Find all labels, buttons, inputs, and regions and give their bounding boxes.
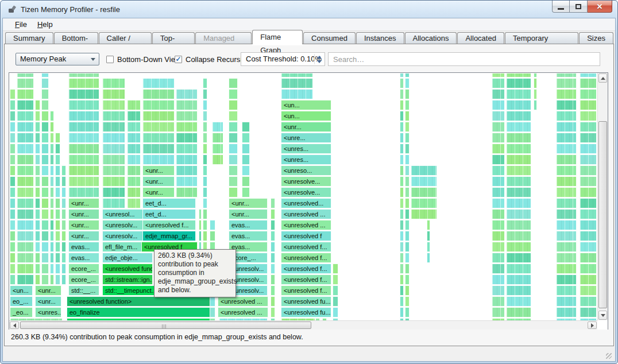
tab-summary[interactable]: Summary (5, 32, 53, 44)
flame-block[interactable] (17, 133, 34, 143)
flame-block[interactable] (492, 242, 505, 252)
flame-block[interactable] (506, 285, 531, 296)
flame-block[interactable] (580, 73, 597, 78)
flame-block[interactable] (127, 187, 141, 198)
flame-block[interactable] (492, 264, 505, 274)
flame-block[interactable] (55, 133, 60, 143)
title-bar[interactable]: Tizen Memory Profiler - resfile ✕ (1, 1, 617, 18)
flame-frame[interactable]: <unr... (68, 198, 99, 208)
tab-bottom-up[interactable]: Bottom-Up (54, 32, 98, 44)
flame-block[interactable] (580, 100, 597, 110)
flame-block[interactable] (10, 144, 16, 154)
flame-block[interactable] (176, 165, 198, 176)
flame-block[interactable] (556, 296, 577, 307)
flame-block[interactable] (405, 220, 410, 230)
flame-frame[interactable]: <unresolved f... (281, 285, 331, 296)
flame-block[interactable] (229, 100, 238, 110)
flame-block[interactable] (10, 264, 16, 274)
flame-block[interactable] (400, 73, 404, 78)
flame-block[interactable] (10, 198, 16, 208)
flame-block[interactable] (210, 307, 215, 317)
flame-block[interactable] (50, 198, 54, 208)
flame-block[interactable] (580, 220, 597, 230)
flame-block[interactable] (10, 165, 16, 176)
flame-block[interactable] (35, 264, 40, 274)
flame-block[interactable] (492, 122, 505, 132)
flame-block[interactable] (580, 242, 597, 252)
flame-block[interactable] (102, 144, 125, 154)
cost-threshold-spinbox[interactable]: Cost Threshold: 0.10% (241, 52, 325, 66)
flame-frame[interactable]: <unresolved f... (281, 242, 331, 252)
flame-block[interactable] (506, 154, 531, 165)
flame-block[interactable] (400, 307, 404, 317)
flame-block[interactable] (35, 198, 40, 208)
flame-frame[interactable]: evas... (68, 242, 99, 252)
flame-block[interactable] (405, 296, 410, 307)
flame-block[interactable] (405, 198, 410, 208)
flame-frame[interactable]: <un... (281, 111, 331, 121)
flame-block[interactable] (68, 165, 99, 176)
flame-frame[interactable]: _eo... (10, 307, 33, 317)
flame-block[interactable] (556, 111, 577, 121)
flame-frame[interactable]: <unresolved ... (281, 209, 331, 219)
flame-block[interactable] (10, 274, 16, 285)
flame-block[interactable] (271, 307, 275, 317)
flame-block[interactable] (556, 187, 577, 198)
flame-block[interactable] (17, 176, 34, 187)
flame-block[interactable] (127, 111, 141, 121)
flame-block[interactable] (210, 296, 215, 307)
flame-block[interactable] (580, 133, 597, 143)
horizontal-scroll-thumb[interactable] (20, 322, 311, 329)
flame-block[interactable] (41, 144, 49, 154)
flame-block[interactable] (229, 176, 238, 187)
flame-block[interactable] (400, 285, 404, 296)
flame-frame[interactable]: <unr... (35, 285, 61, 296)
flame-block[interactable] (506, 198, 531, 208)
flame-block[interactable] (400, 122, 404, 132)
flame-frame[interactable]: <unresolved f... (281, 274, 331, 285)
flame-block[interactable] (556, 73, 577, 78)
flame-block[interactable] (55, 209, 60, 219)
flame-block[interactable] (271, 220, 275, 230)
flame-frame[interactable]: <unr... (142, 187, 175, 198)
flame-block[interactable] (411, 198, 437, 208)
flame-block[interactable] (427, 242, 430, 252)
flame-block[interactable] (271, 242, 275, 252)
flame-frame[interactable]: <unr... (142, 165, 175, 176)
bottom-down-view-checkbox[interactable]: Bottom-Down View (106, 55, 180, 64)
flame-block[interactable] (333, 274, 338, 285)
flame-block[interactable] (41, 176, 49, 187)
flame-block[interactable] (405, 144, 410, 154)
flame-frame[interactable]: <unresolve... (281, 187, 331, 198)
tab-top-down[interactable]: Top-Down (152, 32, 195, 44)
view-mode-dropdown[interactable]: Memory Peak (16, 53, 99, 65)
flame-block[interactable] (102, 100, 125, 110)
flame-block[interactable] (10, 133, 16, 143)
flame-block[interactable] (229, 111, 238, 121)
flame-block[interactable] (68, 73, 99, 78)
flame-block[interactable] (55, 187, 60, 198)
flame-block[interactable] (142, 122, 175, 132)
flame-block[interactable] (271, 209, 275, 219)
flame-block[interactable] (35, 209, 40, 219)
flame-block[interactable] (50, 242, 54, 252)
flame-frame[interactable]: ecore_... (68, 264, 99, 274)
flame-block[interactable] (492, 144, 505, 154)
flame-block[interactable] (68, 176, 99, 187)
flame-block[interactable] (229, 165, 238, 176)
flame-frame[interactable]: ecore_... (68, 274, 99, 285)
flame-block[interactable] (203, 231, 207, 241)
flame-block[interactable] (400, 264, 404, 274)
flame-block[interactable] (35, 220, 40, 230)
flame-block[interactable] (534, 89, 537, 99)
flame-block[interactable] (210, 231, 215, 241)
flame-frame[interactable]: <unr... (68, 220, 99, 230)
flame-block[interactable] (35, 111, 40, 121)
flame-block[interactable] (17, 220, 34, 230)
flame-block[interactable] (492, 231, 505, 241)
flame-block[interactable] (127, 133, 141, 143)
flame-block[interactable] (506, 231, 531, 241)
flame-block[interactable] (411, 187, 437, 198)
flame-block[interactable] (50, 264, 54, 274)
flame-frame[interactable]: <unr... (142, 176, 175, 187)
